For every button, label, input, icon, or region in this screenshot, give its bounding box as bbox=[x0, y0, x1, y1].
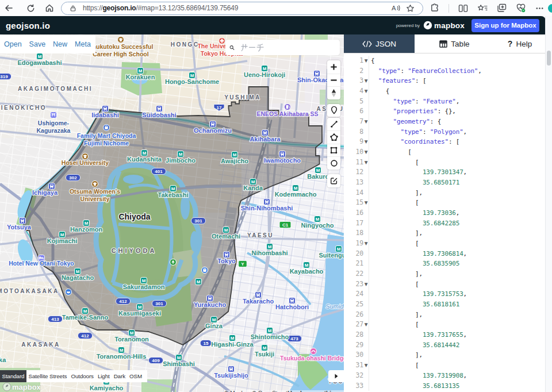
fold-arrow-icon[interactable]: ▼ bbox=[363, 117, 369, 127]
fold-arrow-icon[interactable]: ▼ bbox=[363, 157, 369, 168]
line-number: 3 bbox=[344, 76, 363, 86]
style-standard[interactable]: Standard bbox=[0, 370, 26, 382]
poi-label: Kagurazaka bbox=[37, 127, 71, 134]
attrib-improve-link[interactable]: Improve this map bbox=[300, 390, 344, 392]
poi-marker bbox=[170, 259, 177, 266]
favorite-star-icon[interactable] bbox=[406, 4, 415, 13]
style-satellite-streets[interactable]: Satellite Streets bbox=[26, 370, 69, 382]
address-bar[interactable]: https://geojson.io/#map=13.12/35.68694/1… bbox=[61, 2, 423, 15]
location-pin-icon bbox=[330, 106, 338, 114]
fold-arrow-icon[interactable]: ▼ bbox=[363, 56, 369, 66]
shield-number: C1 bbox=[282, 222, 289, 228]
draw-polygon-button[interactable] bbox=[327, 130, 340, 144]
mapbox-logo[interactable]: mapbox bbox=[423, 21, 465, 30]
road-shield: 412 bbox=[78, 333, 92, 339]
style-light[interactable]: Light bbox=[95, 370, 112, 382]
fold-arrow-icon[interactable]: ▼ bbox=[363, 239, 369, 249]
menu-new[interactable]: New bbox=[53, 40, 67, 48]
code-text: ], bbox=[369, 269, 423, 279]
code-text: ], bbox=[369, 228, 423, 239]
style-outdoors[interactable]: Outdoors bbox=[69, 370, 96, 382]
editor-line: 25 35.6818161 bbox=[344, 299, 545, 310]
back-icon[interactable] bbox=[2, 1, 15, 15]
draw-line-button[interactable] bbox=[327, 118, 340, 131]
edit-button[interactable] bbox=[327, 174, 340, 187]
editor-line: 8 "type": "Polygon", bbox=[344, 127, 545, 137]
collections-icon[interactable] bbox=[497, 3, 507, 13]
menu-open[interactable]: Open bbox=[4, 40, 22, 48]
split-screen-icon[interactable] bbox=[458, 4, 468, 13]
fold-arrow-icon[interactable]: ▼ bbox=[363, 320, 369, 330]
zoom-out-button[interactable] bbox=[327, 74, 340, 87]
fold-arrow-icon[interactable]: ▼ bbox=[363, 198, 369, 208]
fold-arrow-icon[interactable]: ▼ bbox=[363, 137, 369, 147]
more-menu-icon[interactable] bbox=[535, 4, 544, 13]
fold-arrow-icon[interactable]: ▼ bbox=[363, 86, 369, 97]
read-aloud-icon[interactable]: A bbox=[391, 4, 401, 12]
fold-arrow-icon[interactable]: ▼ bbox=[363, 360, 369, 371]
home-icon[interactable] bbox=[43, 1, 56, 15]
editor-line: 28 139.7317655, bbox=[344, 330, 545, 340]
mapbox-watermark[interactable]: mapbox bbox=[2, 382, 45, 391]
fold-arrow-icon[interactable]: ▼ bbox=[363, 279, 369, 290]
panel-tabs: JSON Table ? Help bbox=[344, 34, 545, 53]
poi-label: Fujimi Nichome bbox=[84, 140, 129, 147]
url-text: https://geojson.io/#map=13.12/35.68694/1… bbox=[83, 4, 391, 12]
signup-button[interactable]: Sign up for Mapbox bbox=[471, 19, 539, 32]
station-label: Toranomon-Hills bbox=[97, 353, 147, 360]
zoom-in-button[interactable] bbox=[327, 60, 340, 74]
menu-save[interactable]: Save bbox=[29, 40, 46, 48]
fold-spacer bbox=[363, 97, 369, 107]
refresh-icon[interactable] bbox=[24, 1, 37, 15]
fold-arrow-icon[interactable]: ▼ bbox=[363, 76, 369, 86]
tab-table[interactable]: Table bbox=[415, 34, 494, 53]
tab-json[interactable]: JSON bbox=[344, 34, 415, 53]
editor-line: 9▼ "coordinates": [ bbox=[344, 137, 545, 147]
station-label: Awajicho bbox=[221, 157, 248, 164]
line-number: 33 bbox=[344, 381, 363, 391]
station-label: Kayabacho bbox=[290, 268, 324, 275]
panel-collapse-button[interactable] bbox=[328, 370, 344, 382]
station-label: Takaracho bbox=[243, 298, 274, 305]
river-label: Sumida bbox=[325, 303, 344, 310]
fold-spacer bbox=[363, 269, 369, 279]
favorites-bar-icon[interactable] bbox=[477, 4, 488, 13]
poi-label: University bbox=[80, 195, 110, 202]
brand-logo: geojson.io bbox=[6, 21, 50, 30]
style-dark[interactable]: Dark bbox=[112, 370, 127, 382]
profile-avatar[interactable] bbox=[548, 4, 552, 13]
map-attribution[interactable]: © Mapbox © OpenStreetMap Improve this ma… bbox=[224, 390, 344, 392]
code-icon bbox=[362, 41, 372, 47]
pencil-edit-icon bbox=[330, 176, 338, 185]
svg-text:mapbox: mapbox bbox=[12, 383, 41, 391]
attrib-mapbox[interactable]: © Mapbox bbox=[224, 390, 251, 392]
style-osm[interactable]: OSM bbox=[127, 370, 144, 382]
draw-rectangle-button[interactable] bbox=[327, 144, 340, 157]
line-number: 21 bbox=[344, 259, 363, 269]
fold-arrow-icon[interactable]: ▼ bbox=[363, 147, 369, 157]
code-text: [ bbox=[369, 147, 412, 157]
line-number: 14 bbox=[344, 188, 363, 198]
map-canvas[interactable]: HONGOYUSHIMAAKAGIMOTOMACHIMIENOKICHOASAK… bbox=[0, 34, 344, 392]
road-shield: C1 bbox=[279, 222, 291, 228]
scrollbar-thumb[interactable] bbox=[547, 51, 551, 66]
browser-essentials-icon[interactable] bbox=[516, 3, 526, 13]
fold-spacer bbox=[363, 218, 369, 229]
poi-label: Career High School bbox=[93, 51, 149, 57]
editor-line: 32 139.7319908, bbox=[344, 371, 545, 381]
road-shield: 401 bbox=[151, 168, 166, 175]
station-label: Toranomon bbox=[114, 336, 149, 343]
geolocate-button[interactable] bbox=[327, 104, 340, 117]
station-label: Yotsuya bbox=[7, 224, 32, 230]
attrib-osm[interactable]: © OpenStreetMap bbox=[252, 390, 299, 392]
extensions-icon[interactable] bbox=[430, 3, 439, 13]
tab-help[interactable]: ? Help bbox=[494, 34, 545, 53]
search-input[interactable] bbox=[235, 43, 340, 52]
json-editor[interactable]: 1▼{2 "type": "FeatureCollection",3▼ "fea… bbox=[344, 54, 545, 392]
code-text: 35.6813135 bbox=[369, 381, 459, 391]
page-scrollbar[interactable] bbox=[545, 16, 552, 392]
menu-meta[interactable]: Meta bbox=[75, 40, 91, 48]
draw-circle-button[interactable] bbox=[327, 156, 340, 170]
browser-toolbar: https://geojson.io/#map=13.12/35.68694/1… bbox=[0, 0, 552, 16]
compass-button[interactable] bbox=[327, 86, 340, 99]
